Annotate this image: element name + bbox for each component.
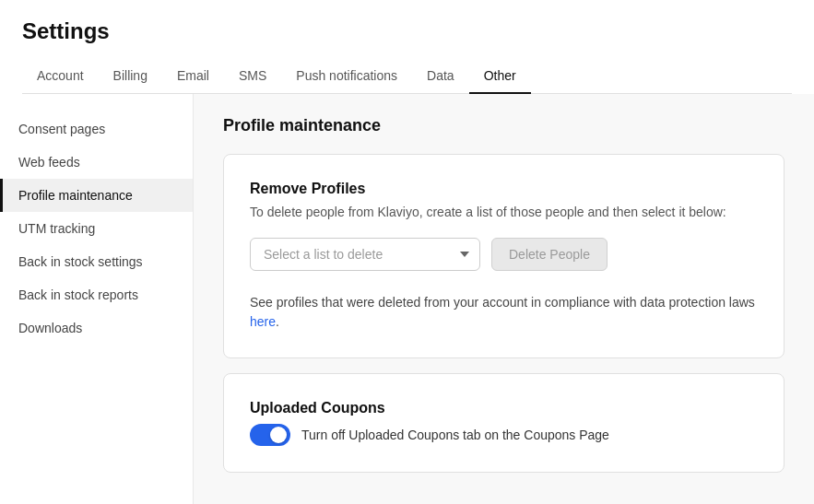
list-select[interactable]: Select a list to delete [250,238,480,271]
remove-profiles-card: Remove Profiles To delete people from Kl… [223,154,785,358]
sidebar-item-downloads[interactable]: Downloads [0,311,193,345]
sidebar-item-back-in-stock-settings[interactable]: Back in stock settings [0,245,193,278]
delete-people-button[interactable]: Delete People [491,238,608,271]
section-title: Profile maintenance [223,116,785,135]
sidebar-item-utm-tracking[interactable]: UTM tracking [0,212,193,245]
page-wrapper: Settings AccountBillingEmailSMSPush noti… [0,0,814,504]
compliance-text: See profiles that were deleted from your… [250,293,758,332]
coupons-toggle[interactable] [250,424,290,446]
tab-data[interactable]: Data [412,59,469,94]
uploaded-coupons-card: Uploaded Coupons Turn off Uploaded Coupo… [223,373,785,473]
compliance-text-before: See profiles that were deleted from your… [250,295,755,310]
toggle-slider [250,424,290,446]
tab-billing[interactable]: Billing [99,59,162,94]
tab-other[interactable]: Other [469,59,531,94]
sidebar-item-consent-pages[interactable]: Consent pages [0,112,193,146]
remove-profiles-title: Remove Profiles [250,181,758,197]
content-area: Profile maintenance Remove Profiles To d… [194,94,814,504]
tab-email[interactable]: Email [162,59,224,94]
sidebar-item-back-in-stock-reports[interactable]: Back in stock reports [0,278,193,311]
tab-push-notifications[interactable]: Push notifications [281,59,412,94]
compliance-link[interactable]: here [250,314,276,329]
main-layout: Consent pagesWeb feedsProfile maintenanc… [0,94,814,504]
remove-profiles-row: Select a list to delete Delete People [250,238,758,271]
tab-account[interactable]: Account [22,59,99,94]
page-header: Settings AccountBillingEmailSMSPush noti… [0,0,814,94]
uploaded-coupons-title: Uploaded Coupons [250,400,758,416]
tab-sms[interactable]: SMS [224,59,281,94]
toggle-label: Turn off Uploaded Coupons tab on the Cou… [301,428,609,442]
nav-tabs: AccountBillingEmailSMSPush notifications… [22,59,792,94]
page-title: Settings [22,18,792,44]
compliance-period: . [276,314,279,329]
remove-profiles-desc: To delete people from Klaviyo, create a … [250,205,758,219]
sidebar-item-web-feeds[interactable]: Web feeds [0,146,193,179]
sidebar: Consent pagesWeb feedsProfile maintenanc… [0,94,194,504]
toggle-row: Turn off Uploaded Coupons tab on the Cou… [250,424,758,446]
sidebar-item-profile-maintenance[interactable]: Profile maintenance [0,179,193,212]
list-select-wrapper: Select a list to delete [250,238,480,271]
